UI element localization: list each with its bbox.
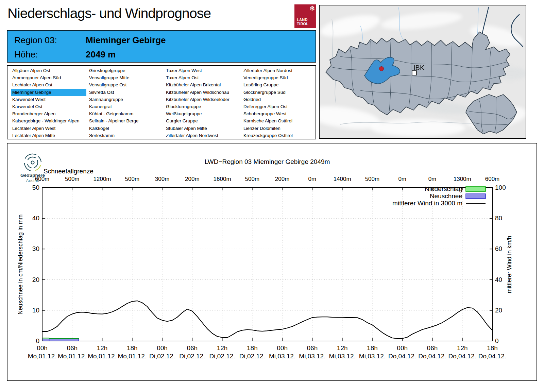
left-axis-tick-label: 0 <box>36 337 39 344</box>
right-axis-tick-label: 80 <box>495 215 502 222</box>
region-info-box: Region 03:Mieminger Gebirge Höhe:2049 m <box>7 30 316 63</box>
list-item[interactable]: Gurgler Gruppe <box>165 117 240 124</box>
list-item[interactable]: Allgäuer Alpen Ost <box>11 67 86 74</box>
list-item[interactable]: Karwendel Ost <box>11 103 86 110</box>
list-item[interactable]: Venedigergruppe Süd <box>242 74 318 81</box>
list-item[interactable]: Brandenberger Alpen <box>11 110 86 117</box>
snowline-value-label: 1300m <box>454 176 471 182</box>
region-list: Allgäuer Alpen OstAmmergauer Alpen SüdLe… <box>7 65 316 139</box>
x-axis-time-label: 12h <box>457 344 468 352</box>
list-item[interactable]: Karnische Alpen Osttirol <box>242 117 318 124</box>
x-axis-date-label: Do,04.12. <box>448 353 476 360</box>
list-item[interactable]: Deferegger Alpen Ost <box>242 103 318 110</box>
altitude-label: Höhe: <box>14 49 86 60</box>
list-item[interactable]: Kreuzeckgruppe Osttirol <box>242 132 318 139</box>
snowflake-icon: ❄ <box>309 4 315 13</box>
x-axis-time-label: 06h <box>187 344 198 352</box>
right-axis-tick-label: 0 <box>495 337 499 344</box>
x-axis-time-label: 00h <box>397 344 408 352</box>
list-item-selected[interactable]: Mieminger Gebirge <box>11 89 86 96</box>
snowline-value-label: 0m <box>308 176 317 182</box>
list-item[interactable]: Kühtai - Geigenkamm <box>88 110 163 117</box>
list-item[interactable]: Weißkugelgruppe <box>165 110 240 117</box>
land-tirol-logo: ❄ LAND TIROL <box>294 4 316 28</box>
list-item[interactable]: Schobergruppe West <box>242 110 318 117</box>
x-axis-date-label: Di,02.12. <box>209 353 235 360</box>
list-item[interactable]: Lasörling Gruppe <box>242 81 318 88</box>
list-item[interactable]: Verwallgruppe Ost <box>88 81 163 88</box>
list-item[interactable]: Tuxer Alpen West <box>165 67 240 74</box>
list-item[interactable]: Sellrain - Alpeiner Berge <box>88 117 163 124</box>
x-axis-time-label: 18h <box>487 344 498 352</box>
snowline-value-label: 1400m <box>334 176 351 182</box>
list-item[interactable]: Kitzbüheler Alpen Wildseeloder <box>165 96 240 103</box>
list-item[interactable]: Glockturmgruppe <box>165 103 240 110</box>
x-axis-time-label: 18h <box>247 344 258 352</box>
right-axis-title: mittlerer Wind in km/h <box>506 236 513 293</box>
legend-label: mittlerer Wind in 3000 m <box>392 200 462 207</box>
snowline-value-label: 0m <box>398 176 406 182</box>
snowline-value-label: 300m <box>155 176 170 182</box>
x-axis-date-label: Mo,01.12. <box>118 353 147 360</box>
list-item[interactable]: Serleskamm <box>88 132 163 139</box>
geosphere-logo: GeoSphere Austria <box>17 151 54 184</box>
selected-region-marker-dot <box>379 67 384 71</box>
list-item[interactable]: Glocknergruppe Süd <box>242 89 318 96</box>
left-axis-tick-label: 20 <box>32 276 39 283</box>
list-item[interactable]: Kitzbüheler Alpen Brixental <box>165 81 240 88</box>
list-item[interactable]: Lechtaler Alpen Ost <box>11 81 86 88</box>
x-axis-time-label: 00h <box>37 344 48 352</box>
left-axis-tick-label: 40 <box>32 215 39 222</box>
list-item[interactable]: Zillertaler Alpen Nordwest <box>165 132 240 139</box>
list-item[interactable]: Lechtaler Alpen Mitte <box>11 132 86 139</box>
region-list-column: Zillertaler Alpen NordostVenedigergruppe… <box>242 67 318 139</box>
list-item[interactable]: Grieskogelgruppe <box>88 67 163 74</box>
right-axis-tick-label: 20 <box>495 307 502 314</box>
snowline-value-label: 0m <box>428 176 437 182</box>
x-axis-time-label: 12h <box>337 344 348 352</box>
x-axis-date-label: Do,04.12. <box>388 353 416 360</box>
list-item[interactable]: Kalkkögel <box>88 125 163 132</box>
legend-swatch-box <box>466 194 486 199</box>
list-item[interactable]: Tuxer Alpen Ost <box>165 74 240 81</box>
forecast-chart-panel: LWD−Region 03 Mieminger Gebirge 2049mSch… <box>7 143 537 381</box>
x-axis-date-label: Mo,01.12. <box>28 353 57 360</box>
x-axis-date-label: Mi,03.12. <box>299 353 325 360</box>
snowline-value-label: 1600m <box>214 176 231 182</box>
legend-label: Niederschlag <box>425 185 462 192</box>
legend-label: Neuschnee <box>430 192 462 200</box>
list-item[interactable]: Ammergauer Alpen Süd <box>11 74 86 81</box>
list-item[interactable]: Goldried <box>242 96 318 103</box>
x-axis-date-label: Do,04.12. <box>418 353 446 360</box>
snowline-value-label: 200m <box>185 176 200 182</box>
region-name: Mieminger Gebirge <box>86 35 166 45</box>
list-item[interactable]: Samnaungruppe <box>88 96 163 103</box>
list-item[interactable]: Karwendel West <box>11 96 86 103</box>
list-item[interactable]: Kaisergebirge - Waidringer Alpen <box>11 117 86 124</box>
map-canvas[interactable]: IBK <box>320 5 526 138</box>
list-item[interactable]: Zillertaler Alpen Nordost <box>242 67 318 74</box>
list-item[interactable]: Kaunergrat <box>88 103 163 110</box>
list-item[interactable]: Lechtaler Alpen West <box>11 125 86 132</box>
list-item[interactable]: Stubaier Alpen Mitte <box>165 125 240 132</box>
chart-title: LWD−Region 03 Mieminger Gebirge 2049m <box>205 158 330 165</box>
region-list-column: Tuxer Alpen WestTuxer Alpen OstKitzbühel… <box>165 67 240 139</box>
x-axis-date-label: Mo,01.12. <box>58 353 87 360</box>
forecast-chart: LWD−Region 03 Mieminger Gebirge 2049mSch… <box>7 143 537 380</box>
snowline-value-label: 500m <box>365 176 380 182</box>
region-list-column: GrieskogelgruppeVerwallgruppe MitteVerwa… <box>88 67 163 139</box>
list-item[interactable]: Silvretta Ost <box>88 89 163 96</box>
tirol-region-map[interactable]: IBK <box>319 5 526 139</box>
snowline-value-label: 500m <box>125 176 140 182</box>
right-axis-tick-label: 60 <box>495 245 502 252</box>
x-axis-time-label: 06h <box>307 344 318 352</box>
x-axis-date-label: Mi,03.12. <box>359 353 386 360</box>
snowline-value-label: 500m <box>245 176 260 182</box>
list-item[interactable]: Verwallgruppe Mitte <box>88 74 163 81</box>
x-axis-date-label: Mo,01.12. <box>88 353 117 360</box>
x-axis-time-label: 06h <box>67 344 78 352</box>
list-item[interactable]: Lienzer Dolomiten <box>242 125 318 132</box>
list-item[interactable]: Kitzbüheler Alpen Wildschönau <box>165 89 240 96</box>
geosphere-name: GeoSphere <box>20 173 45 178</box>
left-axis-tick-label: 30 <box>32 245 39 252</box>
